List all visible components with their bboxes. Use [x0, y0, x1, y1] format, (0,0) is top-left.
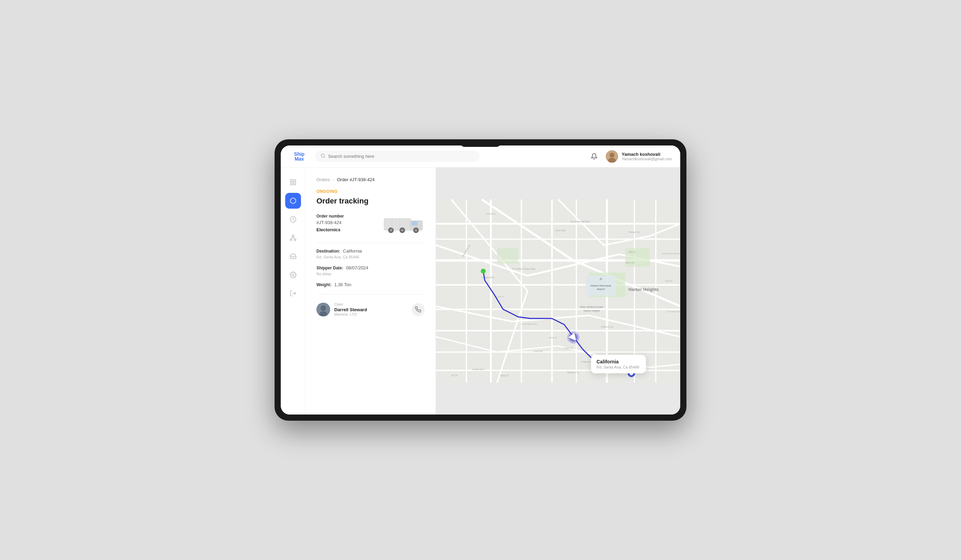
destination-inline: Destination: California — [317, 249, 424, 254]
content-area: Orders › Order #JT-938-424 Ongoing Order… — [305, 167, 680, 414]
breadcrumb: Orders › Order #JT-938-424 — [317, 177, 424, 182]
shipper-date-note: No delay — [317, 272, 424, 276]
svg-text:Airport: Airport — [597, 287, 605, 290]
client-details: Client Darrell Steward Mariene, LTD — [334, 303, 367, 316]
header-right: Yamach koshovali Yamachkoshovali@gmail.c… — [589, 150, 672, 163]
popup-title: California — [596, 359, 640, 364]
search-input[interactable] — [328, 154, 474, 159]
svg-text:Harker Heights: Harker Heights — [628, 287, 659, 292]
destination-value: California — [343, 249, 362, 254]
svg-rect-49 — [497, 248, 518, 263]
svg-rect-18 — [411, 221, 418, 225]
svg-rect-4 — [290, 180, 292, 182]
svg-line-12 — [291, 237, 293, 239]
tablet-frame: Ship Max — [275, 139, 686, 421]
search-bar[interactable] — [315, 151, 480, 162]
svg-text:Killeen Municipal: Killeen Municipal — [591, 284, 611, 287]
map-area: Killeen Municipal Airport ✈ Harker Heigh… — [436, 167, 680, 414]
svg-text:Platinum Dr: Platinum Dr — [601, 326, 614, 328]
sidebar-item-orders[interactable] — [285, 193, 301, 209]
app-logo: Ship Max — [289, 152, 310, 161]
breadcrumb-current: Order #JT-938-424 — [337, 177, 375, 182]
svg-text:E Central Texas Espy: E Central Texas Espy — [513, 268, 536, 270]
order-panel: Orders › Order #JT-938-424 Ongoing Order… — [305, 167, 436, 414]
sidebar-item-tracking[interactable] — [285, 211, 301, 227]
svg-point-24 — [415, 229, 417, 232]
shipper-date-value: 08/07/2024 — [346, 265, 368, 270]
svg-point-28 — [321, 305, 326, 311]
truck-image — [383, 214, 424, 234]
svg-text:Cox Dr: Cox Dr — [665, 280, 673, 282]
detail-row-shipper-date: Shipper Date: 08/07/2024 No delay — [317, 265, 424, 276]
sidebar-item-dashboard[interactable] — [285, 174, 301, 190]
user-name: Yamach koshovali — [622, 152, 672, 157]
svg-point-82 — [481, 269, 486, 273]
svg-text:Mesa Dr: Mesa Dr — [549, 336, 557, 339]
sidebar-item-network[interactable] — [285, 230, 301, 246]
destination-label: Destination: — [317, 249, 340, 254]
truck-icon — [383, 215, 424, 234]
sidebar-item-settings[interactable] — [285, 267, 301, 283]
shipper-date-inline: Shipper Date: 08/07/2024 — [317, 265, 424, 271]
order-number-label: Order number — [317, 214, 344, 218]
svg-rect-6 — [290, 183, 292, 185]
svg-text:✈: ✈ — [599, 277, 603, 281]
user-email: Yamachkoshovali@gmail.com — [622, 157, 672, 161]
tablet-screen: Ship Max — [281, 146, 680, 414]
order-info-section: Order number #JT-938-424 Electornics — [317, 214, 424, 234]
svg-text:Harker Heights: Harker Heights — [583, 310, 600, 312]
map-popup: California Rd. Santa Ana, Ca 85486 — [591, 355, 646, 373]
svg-text:Love Rd: Love Rd — [534, 350, 543, 353]
order-info-left: Order number #JT-938-424 Electornics — [317, 214, 344, 232]
svg-text:N Roy Reynolds Dr: N Roy Reynolds Dr — [662, 252, 680, 255]
svg-point-11 — [294, 239, 296, 241]
sidebar-item-logout[interactable] — [285, 286, 301, 301]
order-company: Electornics — [317, 227, 344, 232]
sidebar-item-inbox[interactable] — [285, 249, 301, 264]
client-info: Client Darrell Steward Mariene, LTD — [317, 303, 367, 316]
client-label: Client — [334, 303, 367, 306]
svg-text:Levy Ln: Levy Ln — [497, 295, 505, 297]
sidebar — [281, 167, 305, 414]
svg-text:John Rd: John Rd — [625, 262, 635, 264]
svg-text:Viola Dr: Viola Dr — [500, 374, 509, 377]
detail-row-destination: Destination: California Rd. Santa Ana, C… — [317, 249, 424, 259]
svg-point-22 — [401, 229, 403, 232]
svg-rect-7 — [294, 183, 296, 185]
detail-row-weight: Weight: 1,36 Ton — [317, 282, 424, 288]
svg-text:Sis Memorial Blvd: Sis Memorial Blvd — [570, 220, 590, 223]
svg-line-13 — [293, 237, 295, 239]
svg-rect-16 — [384, 218, 411, 230]
tablet-notch — [460, 139, 501, 147]
search-icon — [321, 153, 325, 159]
header: Ship Max — [281, 146, 680, 167]
destination-address: Rd. Santa Ana, Ca 85486 — [317, 255, 424, 259]
weight-inline: Weight: 1,36 Ton — [317, 282, 424, 288]
breadcrumb-parent[interactable]: Orders — [317, 177, 330, 182]
notification-bell[interactable] — [589, 152, 599, 161]
svg-text:Terrace Dr: Terrace Dr — [628, 231, 640, 234]
svg-text:Taft St: Taft St — [628, 251, 635, 254]
divider-2 — [317, 294, 424, 294]
order-number-value: #JT-938-424 — [317, 220, 344, 225]
svg-text:E Central Texas Espy: E Central Texas Espy — [667, 310, 680, 313]
svg-text:TA-75: TA-75 — [452, 374, 458, 377]
weight-value: 1,36 Ton — [334, 282, 352, 287]
svg-text:Lone Star: Lone Star — [555, 229, 566, 232]
weight-label: Weight: — [317, 282, 331, 287]
svg-point-14 — [292, 274, 294, 276]
client-avatar — [317, 303, 330, 316]
user-profile[interactable]: Yamach koshovali Yamachkoshovali@gmail.c… — [606, 150, 672, 163]
divider-1 — [317, 242, 424, 243]
breadcrumb-separator: › — [333, 177, 334, 182]
popup-subtitle: Rd. Santa Ana, Ca 85486 — [596, 365, 640, 369]
logo-ship: Ship — [294, 152, 304, 156]
shipper-date-label: Shipper Date: — [317, 266, 343, 270]
svg-point-0 — [321, 154, 324, 157]
call-button[interactable] — [411, 303, 424, 316]
page-title: Order tracking — [317, 197, 424, 205]
svg-text:Lowes Blvd: Lowes Blvd — [482, 276, 494, 279]
user-info: Yamach koshovali Yamachkoshovali@gmail.c… — [622, 152, 672, 161]
svg-point-10 — [290, 239, 292, 241]
svg-text:Seton Medical Center: Seton Medical Center — [580, 306, 604, 308]
